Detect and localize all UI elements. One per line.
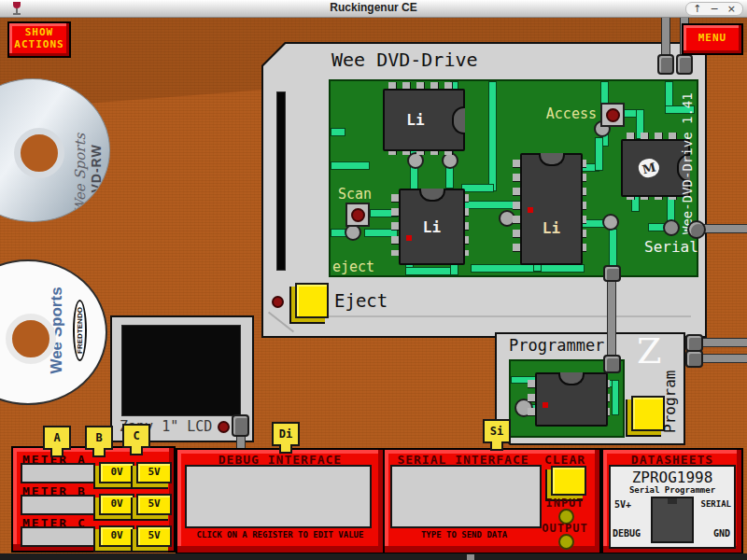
eject-led xyxy=(272,296,284,308)
tag-letter: A xyxy=(53,431,60,444)
datasheets-panel: DATASHEETS ZPROG1998 Serial Programmer 5… xyxy=(601,448,743,554)
chip-notch xyxy=(558,372,585,385)
show-actions-line1: SHOW xyxy=(9,26,69,38)
window-bottom-edge xyxy=(0,553,747,560)
microchip-logo: M xyxy=(637,157,661,180)
chip-label: Li xyxy=(423,218,441,236)
lcd-led xyxy=(218,421,230,433)
eject-button[interactable] xyxy=(295,283,329,318)
chip-notch xyxy=(668,498,677,504)
pcb-trace xyxy=(612,380,619,415)
drive-front-edge-line xyxy=(289,315,691,317)
output-label: OUTPUT xyxy=(534,522,596,535)
probe-tag-si[interactable]: Si xyxy=(483,419,511,443)
window-title: Ruckingenur CE xyxy=(0,1,747,14)
probe-tag-a[interactable]: A xyxy=(43,426,71,450)
clear-button[interactable] xyxy=(551,466,586,496)
datasheet-chip-diagram xyxy=(651,497,694,543)
serial-connector-ring xyxy=(663,219,680,236)
program-button[interactable] xyxy=(631,396,665,431)
close-button[interactable]: × xyxy=(727,4,736,15)
wire-connector xyxy=(603,355,621,373)
probe-tag-di[interactable]: Di xyxy=(272,422,300,446)
meter-c-0v-button[interactable]: 0V xyxy=(99,525,134,547)
minimize-button[interactable]: − xyxy=(711,4,719,15)
wire-connector xyxy=(687,220,706,239)
meter-c-readout xyxy=(21,526,95,547)
serial-screen[interactable] xyxy=(390,465,542,528)
led-dot xyxy=(606,108,620,122)
show-actions-button[interactable]: SHOW ACTIONS xyxy=(7,21,71,58)
clear-label: CLEAR xyxy=(538,453,592,467)
window-controls: ↑ − × xyxy=(685,2,743,16)
meter-a-5v-button[interactable]: 5V xyxy=(136,462,172,483)
pcb-trace xyxy=(331,161,370,170)
disc-brand-oval: FREDTENDO xyxy=(68,270,86,391)
menu-button[interactable]: MENU xyxy=(682,23,743,55)
serial-caption: TYPE TO SEND DATA xyxy=(390,530,538,539)
pin1-dot xyxy=(528,207,533,213)
dvd-drive-pcb: Li Li Li M Access Scan eject xyxy=(329,79,698,277)
programmer-chip[interactable] xyxy=(535,372,608,427)
eject-button-label: Eject xyxy=(334,290,388,311)
chip-li-1[interactable]: Li xyxy=(383,89,465,151)
tag-stem xyxy=(50,448,63,457)
datasheet-card[interactable]: ZPROG1998 Serial Programmer 5V+ SERIAL D… xyxy=(609,465,736,549)
via xyxy=(602,214,619,231)
chip-notch xyxy=(452,106,465,134)
programmer-logo: Z xyxy=(637,330,661,371)
drive-version-label: Wee-DVD-Drive 1.41 xyxy=(680,85,695,234)
datasheet-part: ZPROG1998 xyxy=(611,469,734,486)
scan-led xyxy=(345,203,370,227)
disc-hub xyxy=(14,128,64,178)
probe-tag-b[interactable]: B xyxy=(85,426,113,450)
chip-label: Li xyxy=(406,111,424,129)
lcd-screen xyxy=(121,325,241,416)
show-actions-line2: ACTIONS xyxy=(9,38,69,50)
meter-a-readout xyxy=(21,463,95,483)
probe-tag-c[interactable]: C xyxy=(122,424,150,448)
meter-a-0v-button[interactable]: 0V xyxy=(99,462,134,483)
access-led xyxy=(600,103,625,127)
wire xyxy=(698,354,747,363)
wire-connector xyxy=(685,350,703,368)
dvd-drive-title: Wee DVD-Drive xyxy=(331,49,478,71)
program-button-label: Program xyxy=(661,366,679,433)
wire-connector xyxy=(603,265,621,282)
disc-slot[interactable] xyxy=(276,91,286,271)
meter-c-5v-button[interactable]: 5V xyxy=(136,525,172,547)
shade-button[interactable]: ↑ xyxy=(693,4,701,15)
meter-b-5v-button[interactable]: 5V xyxy=(136,494,172,515)
debug-screen[interactable] xyxy=(185,465,372,528)
window-titlebar: Ruckingenur CE xyxy=(0,0,747,18)
meter-b-readout xyxy=(21,495,95,515)
chip-li-2[interactable]: Li xyxy=(399,189,465,265)
chip-pins xyxy=(528,380,535,417)
serial-panel: SERIAL INTERFACE CLEAR INPUT OUTPUT TYPE… xyxy=(383,448,601,554)
tag-stem xyxy=(279,444,292,454)
game-window: Wee Sports DVD-RW Wee Sports FREDTENDO W… xyxy=(0,0,747,560)
disc-hub xyxy=(6,314,56,364)
chip-notch xyxy=(539,153,565,166)
pin1-dot xyxy=(406,235,412,241)
access-label: Access xyxy=(531,105,597,122)
datasheet-part-type: Serial Programmer xyxy=(611,485,734,495)
chip-li-3[interactable]: Li xyxy=(520,153,583,265)
pin-serial-label: SERIAL xyxy=(694,499,731,509)
chip-notch xyxy=(419,189,445,202)
meter-b-0v-button[interactable]: 0V xyxy=(99,494,134,515)
chip-label: Li xyxy=(543,219,560,237)
chip-pins xyxy=(391,194,399,256)
tag-letter: C xyxy=(133,429,139,442)
pcb-trace xyxy=(461,184,494,192)
pin1-dot xyxy=(543,402,548,408)
chip-pins xyxy=(513,160,520,255)
wire-connector xyxy=(657,54,674,75)
serial-label: Serial xyxy=(644,238,698,256)
wire xyxy=(698,338,747,347)
output-led xyxy=(558,534,574,550)
wire-stub xyxy=(467,554,474,560)
tag-stem xyxy=(490,441,503,451)
pin-gnd-label: GND xyxy=(697,528,730,539)
pcb-trace xyxy=(331,128,345,136)
